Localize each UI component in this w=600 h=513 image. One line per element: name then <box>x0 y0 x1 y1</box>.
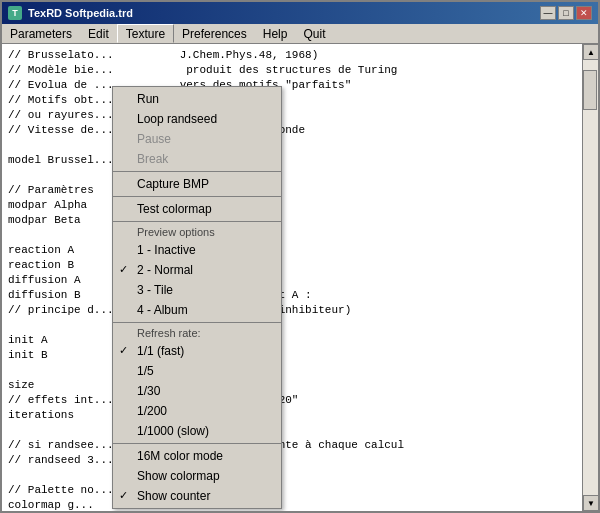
menu-preferences[interactable]: Preferences <box>174 24 255 43</box>
menu-item-preview-tile[interactable]: 3 - Tile <box>113 280 281 300</box>
menu-item-preview-normal[interactable]: ✓ 2 - Normal <box>113 260 281 280</box>
preview-album-label: 4 - Album <box>137 303 188 317</box>
test-colormap-label: Test colormap <box>137 202 212 216</box>
window-title: TexRD Softpedia.trd <box>28 7 133 19</box>
refresh-slow-label: 1/1000 (slow) <box>137 424 209 438</box>
texture-dropdown-menu: Run Loop randseed Pause Break Capture BM… <box>112 86 282 509</box>
run-label: Run <box>137 92 159 106</box>
separator-2 <box>113 196 281 197</box>
show-counter-checkmark: ✓ <box>119 489 128 502</box>
title-bar: T TexRD Softpedia.trd — □ ✕ <box>2 2 598 24</box>
preview-inactive-label: 1 - Inactive <box>137 243 196 257</box>
preview-normal-label: 2 - Normal <box>137 263 193 277</box>
menu-item-16m-color[interactable]: 16M color mode <box>113 446 281 466</box>
refresh-fast-checkmark: ✓ <box>119 344 128 357</box>
separator-1 <box>113 171 281 172</box>
scroll-up-button[interactable]: ▲ <box>583 44 598 60</box>
menu-item-show-colormap[interactable]: Show colormap <box>113 466 281 486</box>
menu-item-preview-album[interactable]: 4 - Album <box>113 300 281 320</box>
menu-section-preview-options: Preview options <box>113 224 281 240</box>
menu-item-break: Break <box>113 149 281 169</box>
menu-quit[interactable]: Quit <box>295 24 333 43</box>
refresh-200-label: 1/200 <box>137 404 167 418</box>
menu-help[interactable]: Help <box>255 24 296 43</box>
content-area: // Brusselato... J.Chem.Phys.48, 1968) /… <box>2 44 598 511</box>
minimize-button[interactable]: — <box>540 6 556 20</box>
menu-item-refresh-200[interactable]: 1/200 <box>113 401 281 421</box>
refresh-rate-label: Refresh rate: <box>137 327 201 339</box>
scroll-thumb[interactable] <box>583 70 597 110</box>
scroll-track[interactable] <box>583 60 598 495</box>
preview-normal-checkmark: ✓ <box>119 263 128 276</box>
capture-bmp-label: Capture BMP <box>137 177 209 191</box>
refresh-5-label: 1/5 <box>137 364 154 378</box>
preview-tile-label: 3 - Tile <box>137 283 173 297</box>
show-colormap-label: Show colormap <box>137 469 220 483</box>
refresh-30-label: 1/30 <box>137 384 160 398</box>
menu-item-show-counter[interactable]: ✓ Show counter <box>113 486 281 506</box>
app-icon: T <box>8 6 22 20</box>
menu-item-refresh-fast[interactable]: ✓ 1/1 (fast) <box>113 341 281 361</box>
scroll-down-button[interactable]: ▼ <box>583 495 598 511</box>
menu-edit[interactable]: Edit <box>80 24 117 43</box>
menu-item-pause: Pause <box>113 129 281 149</box>
menu-item-refresh-30[interactable]: 1/30 <box>113 381 281 401</box>
16m-color-label: 16M color mode <box>137 449 223 463</box>
maximize-button[interactable]: □ <box>558 6 574 20</box>
main-window: T TexRD Softpedia.trd — □ ✕ Parameters E… <box>0 0 600 513</box>
separator-4 <box>113 322 281 323</box>
menu-item-loop-randseed[interactable]: Loop randseed <box>113 109 281 129</box>
menu-item-refresh-5[interactable]: 1/5 <box>113 361 281 381</box>
preview-options-label: Preview options <box>137 226 215 238</box>
separator-3 <box>113 221 281 222</box>
pause-label: Pause <box>137 132 171 146</box>
menu-item-refresh-slow[interactable]: 1/1000 (slow) <box>113 421 281 441</box>
refresh-fast-label: 1/1 (fast) <box>137 344 184 358</box>
menu-section-refresh-rate: Refresh rate: <box>113 325 281 341</box>
menu-texture[interactable]: Texture <box>117 24 174 43</box>
menu-item-run[interactable]: Run <box>113 89 281 109</box>
title-bar-left: T TexRD Softpedia.trd <box>8 6 133 20</box>
show-counter-label: Show counter <box>137 489 210 503</box>
menu-bar: Parameters Edit Texture Preferences Help… <box>2 24 598 44</box>
close-button[interactable]: ✕ <box>576 6 592 20</box>
menu-item-capture-bmp[interactable]: Capture BMP <box>113 174 281 194</box>
loop-randseed-label: Loop randseed <box>137 112 217 126</box>
menu-item-test-colormap[interactable]: Test colormap <box>113 199 281 219</box>
menu-item-preview-inactive[interactable]: 1 - Inactive <box>113 240 281 260</box>
separator-5 <box>113 443 281 444</box>
code-content: // Brusselato... J.Chem.Phys.48, 1968) /… <box>8 48 576 511</box>
title-buttons: — □ ✕ <box>540 6 592 20</box>
code-editor[interactable]: // Brusselato... J.Chem.Phys.48, 1968) /… <box>2 44 582 511</box>
break-label: Break <box>137 152 168 166</box>
vertical-scrollbar[interactable]: ▲ ▼ <box>582 44 598 511</box>
menu-parameters[interactable]: Parameters <box>2 24 80 43</box>
